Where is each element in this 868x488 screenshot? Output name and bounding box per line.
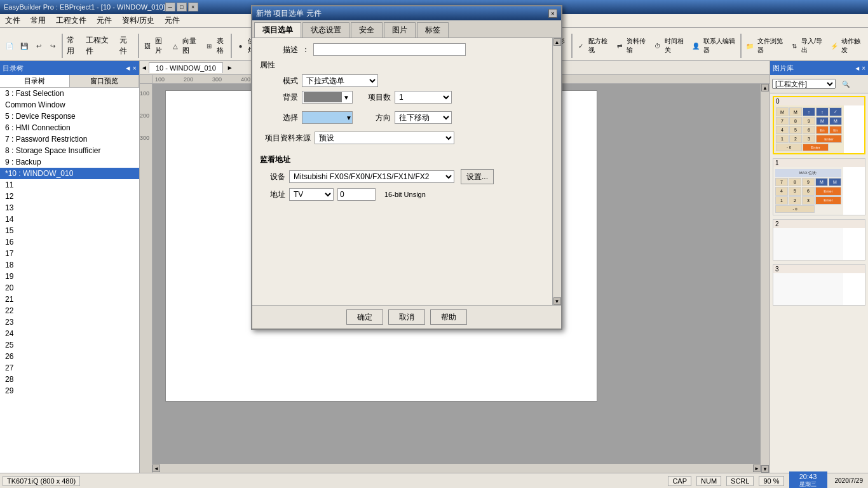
dialog-tab-security[interactable]: 安全: [351, 22, 383, 37]
dialog-vscroll-track: [553, 46, 561, 297]
dialog-tab-label[interactable]: 标签: [417, 22, 449, 37]
dialog-content-area: 描述 ： 属性 模式 下拉式选单 背: [252, 38, 561, 305]
select-picker[interactable]: ▼: [302, 111, 353, 124]
background-dropdown-btn[interactable]: ▼: [343, 94, 349, 101]
dialog-tab-picture[interactable]: 图片: [384, 22, 416, 37]
address-bit-label: 16-bit Unsign: [384, 191, 426, 198]
attribute-section: 属性: [260, 60, 545, 71]
dialog-tabs: 项目选单 状态设置 安全 图片 标签: [252, 20, 561, 38]
description-row: 描述 ：: [260, 43, 545, 56]
dialog-close-btn[interactable]: ×: [548, 9, 557, 18]
bg-count-row: 背景 ▼ 项目数 1: [260, 91, 545, 107]
dialog-spacer: [260, 205, 545, 305]
attribute-label: 属性: [260, 60, 279, 71]
monitor-section: 监看地址 设备 Mitsubishi FX0S/FX0N/FX1S/FX1N/F…: [260, 154, 545, 201]
add-item-dialog: 新增 项目选单 元件 × 项目选单 状态设置 安全 图片 标签 描述 ： 属性: [251, 5, 562, 330]
mode-select[interactable]: 下拉式选单: [302, 74, 378, 87]
description-label: 描述: [260, 44, 298, 55]
dialog-scrollbar[interactable]: ▲ ▼: [552, 38, 561, 305]
data-source-label: 项目资料来源: [260, 133, 311, 144]
item-count-select[interactable]: 1: [395, 91, 452, 104]
address-value-input[interactable]: [337, 188, 376, 201]
item-count-row: 项目数 1: [365, 91, 452, 104]
description-input[interactable]: [313, 43, 466, 56]
background-picker[interactable]: ▼: [302, 91, 353, 104]
background-label: 背景: [260, 92, 298, 103]
ok-btn[interactable]: 确定: [346, 309, 383, 325]
background-color-preview: [304, 92, 342, 102]
data-source-select[interactable]: 预设: [315, 132, 454, 144]
data-source-row: 项目资料来源 预设: [260, 132, 545, 144]
direction-label: 方向: [365, 112, 391, 123]
dialog-vscroll-down[interactable]: ▼: [553, 297, 561, 305]
dialog-title-bar: 新增 项目选单 元件 ×: [252, 6, 561, 20]
device-label: 设备: [260, 172, 285, 182]
select-direction-row: 选择 ▼ 方向 往下移动: [260, 111, 545, 128]
select-label: 选择: [260, 112, 298, 123]
address-type-select[interactable]: TV: [289, 188, 334, 201]
select-color-preview: [304, 112, 344, 123]
dialog-buttons: 确定 取消 帮助: [252, 305, 561, 329]
dialog-tab-item[interactable]: 项目选单: [254, 22, 301, 37]
dialog-title-text: 新增 项目选单 元件: [256, 8, 322, 19]
item-count-label: 项目数: [365, 92, 391, 103]
dialog-vscroll-up[interactable]: ▲: [553, 38, 561, 46]
background-row: 背景 ▼: [260, 91, 353, 104]
mode-row: 模式 下拉式选单: [260, 74, 545, 87]
dialog-body: 描述 ： 属性 模式 下拉式选单 背: [252, 38, 552, 305]
direction-select[interactable]: 往下移动: [395, 111, 452, 124]
device-row: 设备 Mitsubishi FX0S/FX0N/FX1S/FX1N/FX2 设置…: [260, 169, 545, 184]
select-dropdown-btn[interactable]: ▼: [346, 114, 352, 121]
mode-label: 模式: [260, 76, 298, 86]
cancel-btn[interactable]: 取消: [388, 309, 425, 325]
device-select[interactable]: Mitsubishi FX0S/FX0N/FX1S/FX1N/FX2: [289, 170, 454, 183]
settings-btn[interactable]: 设置...: [461, 169, 494, 184]
select-row: 选择 ▼: [260, 111, 353, 124]
dialog-tab-status[interactable]: 状态设置: [302, 22, 349, 37]
dialog-overlay: 新增 项目选单 元件 × 项目选单 状态设置 安全 图片 标签 描述 ： 属性: [0, 0, 868, 488]
direction-row: 方向 往下移动: [365, 111, 452, 124]
help-btn[interactable]: 帮助: [430, 309, 467, 325]
monitor-label: 监看地址: [260, 154, 545, 165]
address-row: 地址 TV 16-bit Unsign: [260, 188, 545, 201]
address-label: 地址: [260, 189, 285, 200]
